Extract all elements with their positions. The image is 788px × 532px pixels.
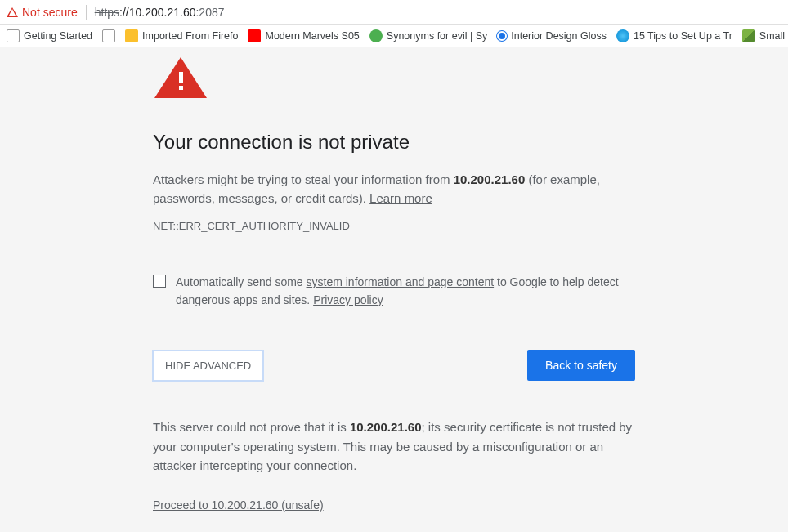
bookmark-item[interactable] bbox=[102, 29, 115, 42]
folder-icon bbox=[125, 29, 138, 42]
bookmark-item[interactable]: 15 Tips to Set Up a Tr bbox=[616, 29, 732, 42]
ssl-interstitial: Your connection is not private Attackers… bbox=[153, 57, 635, 512]
bookmark-item[interactable]: Small Bathr bbox=[742, 29, 788, 42]
warning-triangle-icon bbox=[7, 7, 18, 17]
warning-body: Attackers might be trying to steal your … bbox=[153, 170, 635, 208]
advanced-explanation: This server could not prove that it is 1… bbox=[153, 418, 635, 475]
privacy-policy-link[interactable]: Privacy policy bbox=[313, 293, 383, 306]
ssr-text: Automatically send some system informati… bbox=[176, 273, 635, 310]
bookmark-item[interactable]: Getting Started bbox=[7, 29, 92, 42]
url-sep: :// bbox=[119, 6, 129, 19]
adv-host: 10.200.21.60 bbox=[350, 420, 422, 434]
bookmark-item[interactable]: Synonyms for evil | Sy bbox=[369, 29, 487, 42]
bookmark-label: 15 Tips to Set Up a Tr bbox=[634, 30, 732, 42]
bookmark-item[interactable]: Imported From Firefo bbox=[125, 29, 238, 42]
body-host: 10.200.21.60 bbox=[454, 172, 526, 186]
bookmark-item[interactable]: Interior Design Gloss bbox=[497, 30, 607, 42]
security-status-label[interactable]: Not secure bbox=[22, 6, 78, 19]
divider bbox=[86, 5, 87, 20]
page-content: Your connection is not private Attackers… bbox=[0, 47, 788, 512]
ssr-opt-in-row: Automatically send some system informati… bbox=[153, 273, 635, 310]
bookmark-label: Getting Started bbox=[24, 30, 92, 42]
bookmark-label: Interior Design Gloss bbox=[511, 30, 607, 42]
adv-prefix: This server could not prove that it is bbox=[153, 420, 350, 434]
bookmark-label: Modern Marvels S05 bbox=[265, 30, 359, 42]
system-info-link[interactable]: system information and page content bbox=[307, 275, 495, 288]
back-to-safety-button[interactable]: Back to safety bbox=[527, 350, 635, 381]
body-prefix: Attackers might be trying to steal your … bbox=[153, 172, 454, 186]
learn-more-link[interactable]: Learn more bbox=[369, 191, 432, 205]
youtube-icon bbox=[248, 29, 261, 42]
olive-icon bbox=[497, 31, 507, 41]
button-row: HIDE ADVANCED Back to safety bbox=[153, 350, 635, 381]
big-warning-icon bbox=[154, 57, 207, 98]
green-icon bbox=[369, 29, 383, 42]
page-icon bbox=[7, 29, 20, 42]
bookmark-item[interactable]: Modern Marvels S05 bbox=[248, 29, 359, 42]
url-display[interactable]: https://10.200.21.60:2087 bbox=[95, 5, 225, 20]
tips-icon bbox=[616, 29, 629, 42]
proceed-unsafe-link[interactable]: Proceed to 10.200.21.60 (unsafe) bbox=[153, 498, 324, 512]
bookmark-label: Synonyms for evil | Sy bbox=[387, 30, 487, 42]
ssr-prefix: Automatically send some bbox=[176, 275, 307, 288]
url-port: :2087 bbox=[195, 6, 224, 19]
address-bar: Not secure https://10.200.21.60:2087 bbox=[0, 0, 788, 25]
page-heading: Your connection is not private bbox=[153, 131, 635, 154]
bookmarks-bar: Getting StartedImported From FirefoModer… bbox=[0, 25, 788, 47]
url-scheme: https bbox=[95, 6, 119, 19]
bookmark-label: Small Bathr bbox=[759, 30, 788, 42]
houzz-icon bbox=[742, 29, 755, 42]
bookmark-label: Imported From Firefo bbox=[142, 30, 238, 42]
url-host: 10.200.21.60 bbox=[129, 6, 196, 19]
page-icon bbox=[102, 29, 115, 42]
hide-advanced-button[interactable]: HIDE ADVANCED bbox=[153, 351, 263, 381]
ssr-checkbox[interactable] bbox=[153, 275, 166, 288]
error-code: NET::ERR_CERT_AUTHORITY_INVALID bbox=[153, 220, 635, 232]
